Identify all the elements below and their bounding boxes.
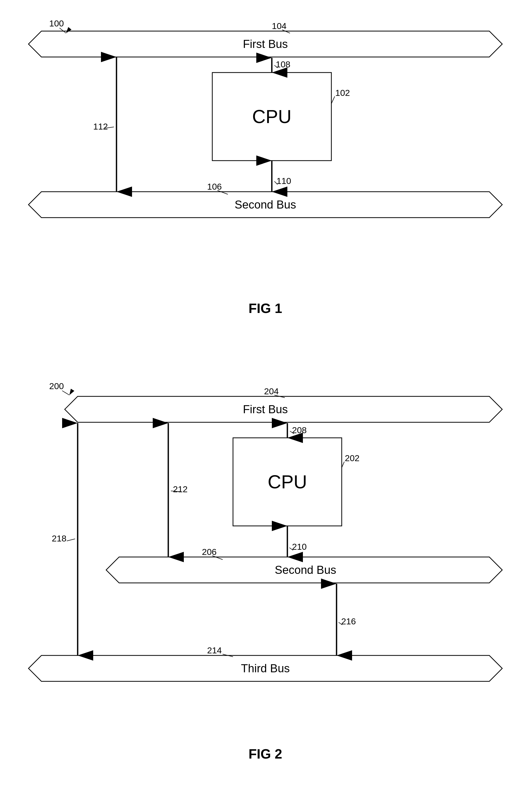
- svg-text:112: 112: [93, 122, 108, 131]
- svg-text:206: 206: [202, 547, 217, 557]
- fig1-label: FIG 1: [26, 300, 505, 316]
- svg-text:200: 200: [49, 381, 64, 391]
- svg-text:110: 110: [277, 176, 291, 186]
- svg-line-29: [59, 28, 66, 33]
- svg-text:104: 104: [272, 21, 287, 31]
- svg-text:First Bus: First Bus: [243, 403, 288, 416]
- svg-text:106: 106: [207, 182, 222, 191]
- svg-text:212: 212: [173, 484, 188, 494]
- svg-line-68: [67, 539, 75, 541]
- svg-text:204: 204: [264, 386, 279, 396]
- svg-text:102: 102: [335, 88, 350, 98]
- svg-text:218: 218: [52, 533, 66, 543]
- svg-line-45: [212, 556, 223, 560]
- svg-text:210: 210: [292, 542, 307, 552]
- svg-line-14: [217, 190, 228, 194]
- svg-text:CPU: CPU: [252, 106, 291, 127]
- svg-text:108: 108: [276, 59, 290, 69]
- svg-text:Second Bus: Second Bus: [234, 198, 296, 211]
- svg-text:CPU: CPU: [268, 472, 307, 492]
- svg-line-70: [62, 391, 69, 395]
- svg-text:208: 208: [292, 425, 307, 435]
- svg-text:Third Bus: Third Bus: [241, 662, 290, 675]
- page-container: First Bus 104 Second Bus 106 CPU 102 108: [0, 0, 532, 807]
- fig2-container: First Bus 204 Second Bus 206 Third Bus 2…: [26, 375, 505, 790]
- svg-text:Second Bus: Second Bus: [275, 564, 336, 576]
- svg-text:202: 202: [345, 453, 360, 463]
- svg-text:214: 214: [207, 645, 222, 655]
- svg-line-18: [331, 96, 335, 104]
- svg-text:First Bus: First Bus: [243, 38, 288, 50]
- svg-text:100: 100: [49, 18, 64, 28]
- fig1-container: First Bus 104 Second Bus 106 CPU 102 108: [26, 16, 505, 352]
- fig2-label: FIG 2: [26, 746, 505, 762]
- svg-text:216: 216: [341, 616, 356, 626]
